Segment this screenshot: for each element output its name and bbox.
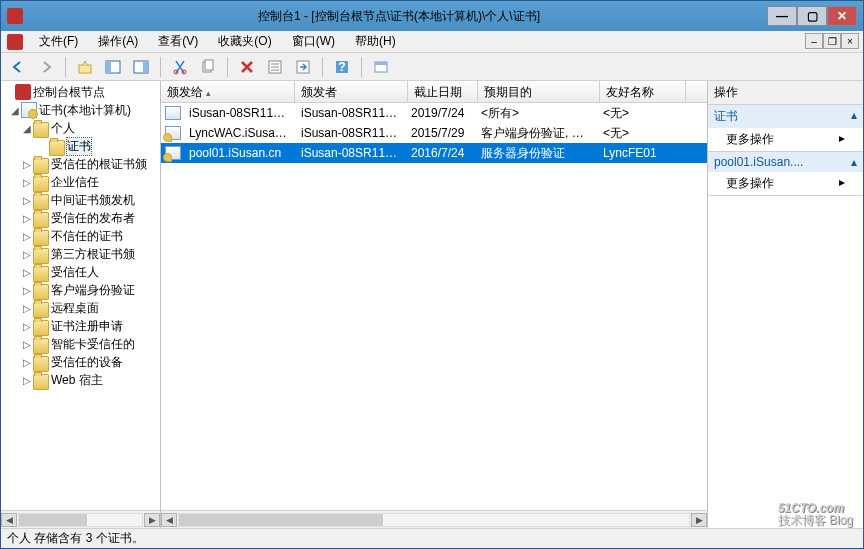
tree-body[interactable]: 控制台根节点 ◢ 证书(本地计算机) ◢ 个人 证书 ▷受信任的根证书颁▷企业信… <box>1 81 160 510</box>
window-buttons: — ▢ ✕ <box>767 6 857 26</box>
action-section-header[interactable]: 证书 ▴ <box>708 105 863 128</box>
folder-icon <box>49 140 65 156</box>
twisty-icon[interactable]: ◢ <box>9 105 21 116</box>
menu-file[interactable]: 文件(F) <box>31 31 86 52</box>
toolbar-separator <box>160 57 161 77</box>
tree-item[interactable]: ▷第三方根证书颁 <box>1 245 160 263</box>
tree-label: 证书(本地计算机) <box>39 102 131 119</box>
cell-purpose: 客户端身份验证, 服... <box>475 125 597 142</box>
tree-certs-local[interactable]: ◢ 证书(本地计算机) <box>1 101 160 119</box>
maximize-button[interactable]: ▢ <box>797 6 827 26</box>
col-expires[interactable]: 截止日期 <box>408 81 478 102</box>
show-hide-action-button[interactable] <box>130 56 152 78</box>
twisty-icon[interactable]: ▷ <box>21 213 33 224</box>
back-button[interactable] <box>7 56 29 78</box>
menu-action[interactable]: 操作(A) <box>90 31 146 52</box>
mdi-close-button[interactable]: × <box>841 33 859 49</box>
cell-expires: 2015/7/29 <box>405 126 475 140</box>
tree-item[interactable]: ▷不信任的证书 <box>1 227 160 245</box>
menu-view[interactable]: 查看(V) <box>150 31 206 52</box>
forward-button[interactable] <box>35 56 57 78</box>
tree-item[interactable]: ▷受信任的根证书颁 <box>1 155 160 173</box>
mdi-minimize-button[interactable]: – <box>805 33 823 49</box>
status-bar: 个人 存储含有 3 个证书。 <box>1 528 863 548</box>
list-body[interactable]: iSusan-08SR11-CAiSusan-08SR11-CA2019/7/2… <box>161 103 707 510</box>
twisty-icon[interactable]: ▷ <box>21 357 33 368</box>
scroll-track[interactable] <box>178 513 690 527</box>
twisty-icon[interactable]: ▷ <box>21 159 33 170</box>
twisty-icon[interactable]: ▷ <box>21 231 33 242</box>
tree-item[interactable]: ▷Web 宿主 <box>1 371 160 389</box>
twisty-icon[interactable]: ▷ <box>21 195 33 206</box>
scroll-right-button[interactable]: ▶ <box>691 513 707 527</box>
submenu-icon: ▸ <box>839 175 845 192</box>
folder-icon <box>33 356 49 372</box>
action-section-header[interactable]: pool01.iSusan.... ▴ <box>708 152 863 172</box>
tree-label: 受信任的设备 <box>51 354 123 371</box>
menu-favorites[interactable]: 收藏夹(O) <box>210 31 279 52</box>
tree-item[interactable]: ▷远程桌面 <box>1 299 160 317</box>
tree-label: 受信任的发布者 <box>51 210 135 227</box>
table-row[interactable]: pool01.iSusan.cniSusan-08SR11-CA2016/7/2… <box>161 143 707 163</box>
tree-item[interactable]: ▷中间证书颁发机 <box>1 191 160 209</box>
tree-label: 智能卡受信任的 <box>51 336 135 353</box>
scroll-thumb[interactable] <box>179 514 383 526</box>
tree-label: 不信任的证书 <box>51 228 123 245</box>
collapse-icon[interactable]: ▴ <box>851 155 857 169</box>
twisty-icon[interactable]: ◢ <box>21 123 33 134</box>
cut-button[interactable] <box>169 56 191 78</box>
tree-item[interactable]: ▷受信任的设备 <box>1 353 160 371</box>
menu-help[interactable]: 帮助(H) <box>347 31 404 52</box>
mdi-restore-button[interactable]: ❐ <box>823 33 841 49</box>
tree-personal[interactable]: ◢ 个人 <box>1 119 160 137</box>
table-row[interactable]: LyncWAC.iSusan.cniSusan-08SR11-CA2015/7/… <box>161 123 707 143</box>
delete-button[interactable] <box>236 56 258 78</box>
tree-item[interactable]: ▷受信任的发布者 <box>1 209 160 227</box>
col-friendly[interactable]: 友好名称 <box>600 81 686 102</box>
col-issued-to[interactable]: 颁发给 ▴ <box>161 81 295 102</box>
table-row[interactable]: iSusan-08SR11-CAiSusan-08SR11-CA2019/7/2… <box>161 103 707 123</box>
action-more[interactable]: 更多操作 ▸ <box>708 172 863 195</box>
list-scrollbar[interactable]: ◀ ▶ <box>161 510 707 528</box>
scroll-left-button[interactable]: ◀ <box>1 513 17 527</box>
tree-root[interactable]: 控制台根节点 <box>1 83 160 101</box>
col-issued-by[interactable]: 颁发者 <box>295 81 408 102</box>
tree-label: 受信任的根证书颁 <box>51 156 147 173</box>
scroll-thumb[interactable] <box>19 514 87 526</box>
tree-label: 企业信任 <box>51 174 99 191</box>
minimize-button[interactable]: — <box>767 6 797 26</box>
tree-certs[interactable]: 证书 <box>1 137 160 155</box>
close-button[interactable]: ✕ <box>827 6 857 26</box>
col-purpose[interactable]: 预期目的 <box>478 81 600 102</box>
tree-item[interactable]: ▷证书注册申请 <box>1 317 160 335</box>
show-hide-tree-button[interactable] <box>102 56 124 78</box>
help-button[interactable]: ? <box>331 56 353 78</box>
twisty-icon[interactable]: ▷ <box>21 321 33 332</box>
collapse-icon[interactable]: ▴ <box>851 108 857 125</box>
menu-window[interactable]: 窗口(W) <box>284 31 343 52</box>
tree-item[interactable]: ▷受信任人 <box>1 263 160 281</box>
scroll-right-button[interactable]: ▶ <box>144 513 160 527</box>
up-button[interactable] <box>74 56 96 78</box>
action-more[interactable]: 更多操作 ▸ <box>708 128 863 151</box>
properties-button[interactable] <box>264 56 286 78</box>
scroll-track[interactable] <box>18 513 143 527</box>
twisty-icon[interactable]: ▷ <box>21 177 33 188</box>
cert-tool-button[interactable] <box>370 56 392 78</box>
folder-icon <box>33 176 49 192</box>
twisty-icon[interactable]: ▷ <box>21 249 33 260</box>
twisty-icon[interactable]: ▷ <box>21 375 33 386</box>
tree-item[interactable]: ▷企业信任 <box>1 173 160 191</box>
twisty-icon[interactable]: ▷ <box>21 285 33 296</box>
tree-item[interactable]: ▷客户端身份验证 <box>1 281 160 299</box>
tree-scrollbar[interactable]: ◀ ▶ <box>1 510 160 528</box>
scroll-left-button[interactable]: ◀ <box>161 513 177 527</box>
copy-button[interactable] <box>197 56 219 78</box>
tree-label: 第三方根证书颁 <box>51 246 135 263</box>
export-list-button[interactable] <box>292 56 314 78</box>
twisty-icon[interactable]: ▷ <box>21 303 33 314</box>
tree-item[interactable]: ▷智能卡受信任的 <box>1 335 160 353</box>
twisty-icon[interactable]: ▷ <box>21 339 33 350</box>
toolbar-separator <box>227 57 228 77</box>
twisty-icon[interactable]: ▷ <box>21 267 33 278</box>
